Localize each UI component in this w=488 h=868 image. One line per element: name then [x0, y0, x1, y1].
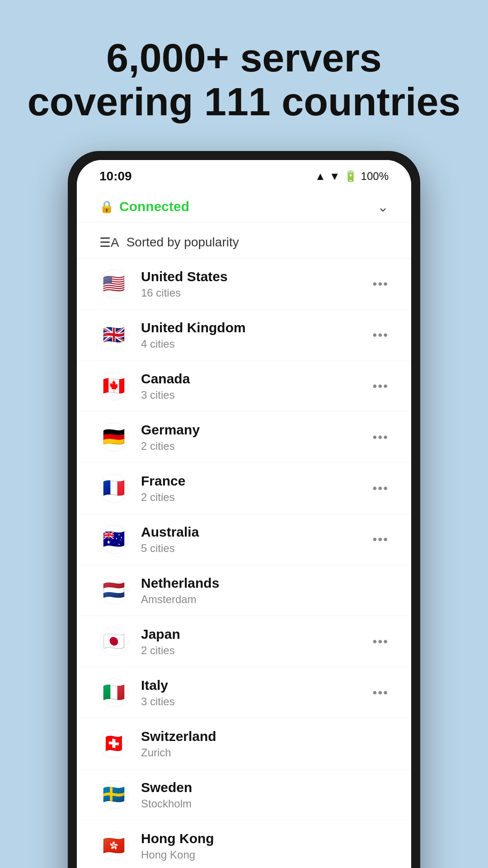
- status-icons: ▲ ▼ 🔋 100%: [315, 170, 389, 183]
- list-item[interactable]: 🇸🇪 Sweden Stockholm: [77, 769, 411, 821]
- more-options-icon[interactable]: •••: [373, 379, 389, 393]
- country-sub: 3 cities: [141, 695, 373, 708]
- flag-icon: 🇬🇧: [99, 321, 128, 349]
- flag-icon: 🇨🇭: [99, 729, 128, 758]
- more-options-icon[interactable]: •••: [373, 481, 389, 495]
- country-info: Australia 5 cities: [141, 524, 373, 555]
- more-options-icon[interactable]: •••: [373, 328, 389, 342]
- more-options-icon[interactable]: •••: [373, 277, 389, 291]
- country-info: United States 16 cities: [141, 269, 373, 299]
- phone-frame: 10:09 ▲ ▼ 🔋 100% 🔒 Connected ⌄ ☰A Sorted…: [68, 151, 420, 868]
- list-item[interactable]: 🇯🇵 Japan 2 cities •••: [77, 616, 411, 667]
- flag-icon: 🇳🇱: [99, 576, 128, 605]
- country-info: Germany 2 cities: [141, 422, 373, 453]
- country-name: Italy: [141, 677, 373, 693]
- battery-level: 🔋: [344, 170, 357, 183]
- more-options-icon[interactable]: •••: [373, 532, 389, 547]
- sort-label: Sorted by popularity: [127, 235, 239, 250]
- country-sub: 3 cities: [141, 389, 373, 401]
- country-sub: 2 cities: [141, 491, 373, 504]
- list-item[interactable]: 🇦🇺 Australia 5 cities •••: [77, 514, 411, 565]
- country-name: Canada: [141, 371, 373, 387]
- flag-icon: 🇭🇰: [99, 831, 128, 860]
- headline-line1: 6,000+ servers: [106, 35, 381, 80]
- headline: 6,000+ servers covering 111 countries: [0, 0, 488, 151]
- flag-icon: 🇯🇵: [99, 627, 128, 656]
- country-name: United Kingdom: [141, 320, 373, 336]
- status-bar: 10:09 ▲ ▼ 🔋 100%: [77, 160, 411, 188]
- country-name: Japan: [141, 626, 373, 642]
- list-item[interactable]: 🇩🇪 Germany 2 cities •••: [77, 412, 411, 463]
- country-name: France: [141, 473, 373, 489]
- flag-icon: 🇸🇪: [99, 780, 128, 809]
- flag-icon: 🇨🇦: [99, 372, 128, 401]
- country-name: Hong Kong: [141, 830, 389, 847]
- battery-percent: 100%: [361, 170, 389, 183]
- country-name: United States: [141, 269, 373, 285]
- country-sub: 4 cities: [141, 338, 373, 350]
- flag-icon: 🇦🇺: [99, 525, 128, 554]
- country-sub: 5 cities: [141, 542, 373, 555]
- flag-icon: 🇫🇷: [99, 474, 128, 503]
- country-name: Germany: [141, 422, 373, 438]
- connected-badge: 🔒 Connected: [99, 199, 189, 214]
- list-item[interactable]: 🇭🇰 Hong Kong Hong Kong: [77, 821, 411, 868]
- flag-icon: 🇺🇸: [99, 269, 128, 298]
- chevron-down-icon[interactable]: ⌄: [377, 199, 389, 215]
- list-item[interactable]: 🇨🇭 Switzerland Zurich: [77, 718, 411, 769]
- list-item[interactable]: 🇺🇸 United States 16 cities •••: [77, 259, 411, 310]
- country-sub: 2 cities: [141, 440, 373, 453]
- country-info: Sweden Stockholm: [141, 779, 389, 810]
- list-item[interactable]: 🇬🇧 United Kingdom 4 cities •••: [77, 310, 411, 361]
- list-item[interactable]: 🇨🇦 Canada 3 cities •••: [77, 361, 411, 412]
- country-sub: Amsterdam: [141, 593, 389, 606]
- country-info: Netherlands Amsterdam: [141, 575, 389, 606]
- country-name: Switzerland: [141, 728, 389, 745]
- flag-icon: 🇩🇪: [99, 423, 128, 452]
- country-info: Canada 3 cities: [141, 371, 373, 401]
- country-info: Japan 2 cities: [141, 626, 373, 657]
- connected-label: Connected: [119, 199, 189, 214]
- wifi-icon: ▼: [329, 170, 340, 183]
- lock-icon: 🔒: [99, 200, 114, 214]
- country-sub: 2 cities: [141, 644, 373, 657]
- app-header[interactable]: 🔒 Connected ⌄: [77, 188, 411, 222]
- country-info: Hong Kong Hong Kong: [141, 830, 389, 861]
- country-info: France 2 cities: [141, 473, 373, 504]
- headline-line2: covering 111 countries: [28, 79, 461, 124]
- country-info: Switzerland Zurich: [141, 728, 389, 759]
- country-name: Australia: [141, 524, 373, 540]
- country-info: Italy 3 cities: [141, 677, 373, 708]
- more-options-icon[interactable]: •••: [373, 685, 389, 700]
- sort-header[interactable]: ☰A Sorted by popularity: [77, 222, 411, 259]
- phone-screen: 10:09 ▲ ▼ 🔋 100% 🔒 Connected ⌄ ☰A Sorted…: [77, 160, 411, 868]
- country-info: United Kingdom 4 cities: [141, 320, 373, 350]
- list-item[interactable]: 🇮🇹 Italy 3 cities •••: [77, 667, 411, 718]
- country-sub: 16 cities: [141, 287, 373, 299]
- status-time: 10:09: [99, 169, 132, 184]
- country-sub: Hong Kong: [141, 849, 389, 861]
- more-options-icon[interactable]: •••: [373, 430, 389, 444]
- country-sub: Zurich: [141, 746, 389, 759]
- more-options-icon[interactable]: •••: [373, 634, 389, 649]
- signal-icon: ▲: [315, 170, 326, 183]
- list-item[interactable]: 🇳🇱 Netherlands Amsterdam: [77, 565, 411, 616]
- sort-icon: ☰A: [99, 235, 119, 250]
- flag-icon: 🇮🇹: [99, 678, 128, 707]
- country-name: Sweden: [141, 779, 389, 796]
- list-item[interactable]: 🇫🇷 France 2 cities •••: [77, 463, 411, 514]
- country-sub: Stockholm: [141, 797, 389, 810]
- country-name: Netherlands: [141, 575, 389, 591]
- country-list: 🇺🇸 United States 16 cities ••• 🇬🇧 United…: [77, 259, 411, 868]
